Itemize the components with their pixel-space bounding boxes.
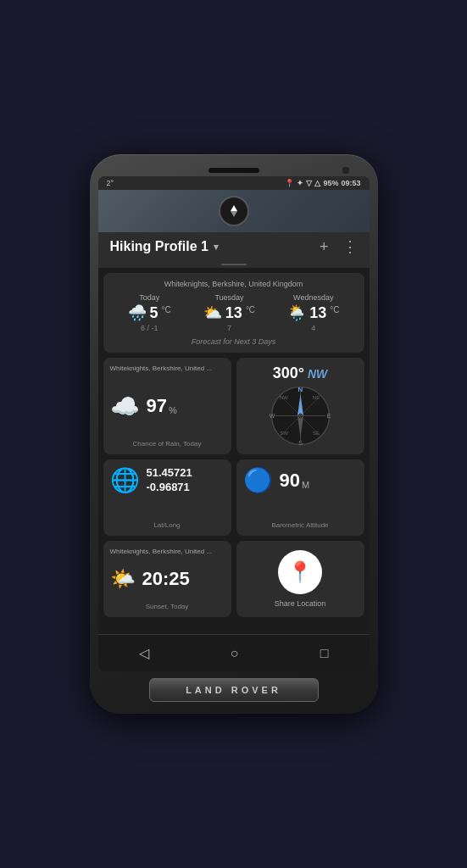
recents-button[interactable]: □ — [307, 643, 342, 665]
header-bg — [98, 190, 370, 232]
day-label-today: Today — [139, 293, 159, 302]
phone-device: 2° 📍 ✦ ▽ △ 95% 09:53 Hiking Profile 1 ▾ — [90, 154, 378, 714]
sunset-time: 20:25 — [142, 570, 190, 588]
latlong-tile: 🌐 51.45721 -0.96871 Lat/Long — [103, 459, 231, 536]
compass-direction: NW — [308, 367, 327, 381]
compass-needle-icon — [228, 205, 240, 217]
weather-day-wednesday: Wednesday 🌦️ 13 °C 4 — [287, 293, 339, 332]
day-row-today: 🌧️ 5 °C — [128, 303, 171, 322]
back-button[interactable]: ◁ — [125, 642, 163, 665]
chevron-down-icon: ▾ — [214, 242, 219, 253]
latlong-label: Lat/Long — [110, 521, 225, 529]
compass-rose-svg: N S W E NE NW SE SW — [269, 384, 332, 448]
add-button[interactable]: + — [320, 238, 329, 256]
temp-tuesday: 13 — [225, 304, 242, 322]
compass-tile: 300° NW N — [236, 358, 364, 454]
altitude-main: 🔵 90 M — [243, 466, 358, 494]
location-icon: 📍 — [285, 179, 294, 187]
altitude-value: 90 — [280, 471, 300, 490]
share-location-icon: 📍 — [287, 560, 313, 584]
rain-label: Chance of Rain, Today — [110, 440, 225, 448]
barometer-icon: 🔵 — [243, 466, 273, 494]
row-rain-compass: Whiteknights, Berkshire, United ... ☁️ 9… — [103, 358, 364, 454]
more-button[interactable]: ⋮ — [342, 237, 358, 256]
brand-plate: LAND ROVER — [149, 678, 319, 702]
forecast-label: Forecast for Next 3 Days — [112, 337, 356, 346]
share-button[interactable]: 📍 — [278, 550, 322, 594]
row-latlong-altitude: 🌐 51.45721 -0.96871 Lat/Long 🔵 90 — [103, 459, 364, 536]
temp-today: 5 — [150, 304, 158, 322]
row-sunset-share: Whiteknights, Berkshire, United ... 🌤️ 2… — [103, 541, 364, 617]
sunset-location: Whiteknights, Berkshire, United ... — [110, 548, 225, 555]
compass-degrees: 300° — [273, 364, 304, 382]
weather-days: Today 🌧️ 5 °C 6 / -1 Tuesday ⛅ 13 — [112, 293, 356, 332]
latitude-value: 51.45721 — [147, 466, 192, 481]
sub-wednesday: 4 — [311, 324, 315, 332]
main-content: Whiteknights, Berkshire, United Kingdom … — [98, 268, 370, 634]
altitude-unit: M — [302, 480, 309, 490]
weather-day-today: Today 🌧️ 5 °C 6 / -1 — [128, 293, 171, 332]
weather-widget: Whiteknights, Berkshire, United Kingdom … — [103, 273, 364, 353]
weather-day-tuesday: Tuesday ⛅ 13 °C 7 — [203, 293, 255, 332]
status-left: 2° — [107, 179, 114, 187]
altitude-tile: 🔵 90 M Barometric Altitude — [236, 459, 364, 536]
phone-bottom: LAND ROVER — [98, 671, 370, 705]
sunset-icon: 🌤️ — [110, 567, 136, 591]
profile-actions: + ⋮ — [320, 237, 358, 256]
sub-tuesday: 7 — [227, 324, 231, 332]
bottom-nav: ◁ ○ □ — [98, 634, 370, 671]
day-label-tuesday: Tuesday — [214, 293, 243, 302]
latlong-main: 🌐 51.45721 -0.96871 — [110, 466, 225, 495]
front-camera — [342, 167, 349, 174]
speaker-grille — [208, 168, 259, 173]
weather-temp-status: 2° — [107, 179, 114, 187]
day-label-wednesday: Wednesday — [293, 293, 333, 302]
svg-text:N: N — [297, 386, 303, 393]
phone-screen: 2° 📍 ✦ ▽ △ 95% 09:53 Hiking Profile 1 ▾ — [98, 176, 370, 671]
svg-text:SW: SW — [280, 431, 288, 436]
sunset-tile: Whiteknights, Berkshire, United ... 🌤️ 2… — [103, 541, 231, 617]
sunset-main: 🌤️ 20:25 — [110, 567, 225, 591]
longitude-value: -0.96871 — [147, 481, 192, 495]
rain-tile: Whiteknights, Berkshire, United ... ☁️ 9… — [103, 358, 231, 454]
rain-value: 97 — [147, 397, 167, 415]
unit-tuesday: °C — [246, 305, 255, 314]
rain-cloud-icon: 🌧️ — [128, 303, 147, 322]
signal-icon: △ — [314, 179, 320, 187]
status-right: 📍 ✦ ▽ △ 95% 09:53 — [285, 179, 360, 187]
sub-today: 6 / -1 — [141, 324, 158, 332]
divider — [98, 261, 370, 268]
svg-text:E: E — [326, 413, 331, 419]
svg-text:NE: NE — [312, 395, 319, 400]
partly-cloud-icon: ⛅ — [203, 303, 222, 322]
rain-unit: % — [169, 405, 177, 415]
profile-name: Hiking Profile 1 — [110, 239, 208, 254]
rain-tile-location: Whiteknights, Berkshire, United ... — [110, 364, 225, 372]
profile-bar: Hiking Profile 1 ▾ + ⋮ — [98, 232, 370, 261]
battery-status: 95% — [323, 179, 338, 187]
svg-text:NW: NW — [280, 395, 288, 400]
share-location-tile[interactable]: 📍 Share Location — [236, 541, 364, 617]
share-label: Share Location — [275, 599, 326, 608]
sunset-label: Sunset, Today — [110, 603, 225, 610]
svg-text:SE: SE — [312, 431, 319, 436]
rain-tile-main: ☁️ 97 % — [110, 392, 225, 420]
brand-name: LAND ROVER — [186, 685, 281, 695]
globe-icon: 🌐 — [110, 466, 140, 494]
divider-bar — [221, 264, 247, 265]
weather-location: Whiteknights, Berkshire, United Kingdom — [112, 280, 356, 288]
temp-wednesday: 13 — [309, 304, 326, 322]
svg-text:S: S — [298, 440, 303, 446]
profile-title-area[interactable]: Hiking Profile 1 ▾ — [110, 239, 219, 254]
status-bar: 2° 📍 ✦ ▽ △ 95% 09:53 — [98, 176, 370, 190]
altitude-label: Barometric Altitude — [243, 521, 358, 529]
svg-text:W: W — [269, 413, 275, 419]
cloud-drizzle-icon: 🌦️ — [287, 303, 306, 322]
home-button[interactable]: ○ — [217, 643, 253, 665]
rain-icon: ☁️ — [110, 392, 140, 420]
header-compass — [219, 196, 249, 226]
day-row-wednesday: 🌦️ 13 °C — [287, 303, 339, 322]
wifi-icon: ▽ — [306, 179, 312, 187]
day-row-tuesday: ⛅ 13 °C — [203, 303, 255, 322]
time-display: 09:53 — [341, 179, 360, 187]
